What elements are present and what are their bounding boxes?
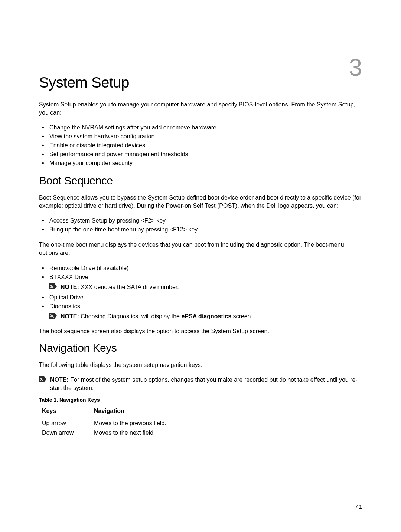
list-item: View the system hardware configuration bbox=[39, 132, 362, 141]
note-text: NOTE: XXX denotes the SATA drive number. bbox=[61, 283, 362, 291]
table-cell-key: Up arrow bbox=[39, 417, 91, 428]
note-label: NOTE: bbox=[61, 284, 81, 290]
table-cell-key: Down arrow bbox=[39, 428, 91, 438]
boot-access-list: Access System Setup by pressing <F2> key… bbox=[39, 216, 362, 234]
note-body-a: Choosing Diagnostics, will display the bbox=[81, 313, 181, 319]
list-item: Set performance and power management thr… bbox=[39, 150, 362, 159]
list-item: Access System Setup by pressing <F2> key bbox=[39, 216, 362, 225]
table-cell-nav: Moves to the previous field. bbox=[91, 417, 362, 428]
note-block: NOTE: XXX denotes the SATA drive number. bbox=[49, 283, 362, 291]
note-body-bold: ePSA diagnostics bbox=[181, 313, 231, 319]
note-label: NOTE: bbox=[50, 377, 70, 383]
list-item: Optical Drive bbox=[39, 293, 362, 302]
note-icon bbox=[39, 376, 46, 383]
navigation-keys-table: Keys Navigation Up arrow Moves to the pr… bbox=[39, 405, 362, 438]
note-text: NOTE: For most of the system setup optio… bbox=[50, 376, 362, 392]
list-item: Manage your computer security bbox=[39, 159, 362, 168]
list-item: Diagnostics bbox=[39, 302, 362, 311]
boot-sequence-heading: Boot Sequence bbox=[39, 174, 362, 187]
table-header-navigation: Navigation bbox=[91, 405, 362, 417]
table-row: Down arrow Moves to the next field. bbox=[39, 428, 362, 438]
note-text: NOTE: Choosing Diagnostics, will display… bbox=[61, 312, 362, 321]
boot-sequence-para-2: The one-time boot menu displays the devi… bbox=[39, 241, 362, 257]
note-block: NOTE: Choosing Diagnostics, will display… bbox=[49, 312, 362, 321]
note-body: For most of the system setup options, ch… bbox=[50, 377, 358, 391]
list-item: Removable Drive (if available) bbox=[39, 264, 362, 273]
navigation-keys-para: The following table displays the system … bbox=[39, 361, 362, 369]
boot-sequence-para-3: The boot sequence screen also displays t… bbox=[39, 327, 362, 335]
page-number: 41 bbox=[356, 503, 362, 510]
table-row: Up arrow Moves to the previous field. bbox=[39, 417, 362, 428]
table-cell-nav: Moves to the next field. bbox=[91, 428, 362, 438]
boot-menu-options-list: Removable Drive (if available) STXXXX Dr… bbox=[39, 264, 362, 321]
note-body: XXX denotes the SATA drive number. bbox=[81, 284, 179, 290]
note-label: NOTE: bbox=[61, 313, 81, 319]
chapter-title: System Setup bbox=[39, 74, 362, 91]
list-item: Enable or disable integrated devices bbox=[39, 141, 362, 150]
table-header-row: Keys Navigation bbox=[39, 405, 362, 417]
intro-bullet-list: Change the NVRAM settings after you add … bbox=[39, 123, 362, 168]
list-item: Change the NVRAM settings after you add … bbox=[39, 123, 362, 132]
note-body-b: screen. bbox=[231, 313, 252, 319]
list-item: STXXXX Drive bbox=[39, 273, 362, 282]
note-icon bbox=[49, 313, 57, 319]
chapter-number: 3 bbox=[349, 54, 362, 81]
table-header-keys: Keys bbox=[39, 405, 91, 417]
navigation-keys-heading: Navigation Keys bbox=[39, 342, 362, 354]
intro-paragraph: System Setup enables you to manage your … bbox=[39, 101, 362, 116]
list-item: Bring up the one-time boot menu by press… bbox=[39, 225, 362, 234]
note-block: NOTE: For most of the system setup optio… bbox=[39, 376, 362, 392]
table-caption: Table 1. Navigation Keys bbox=[39, 397, 362, 403]
boot-sequence-para-1: Boot Sequence allows you to bypass the S… bbox=[39, 194, 362, 210]
note-icon bbox=[49, 283, 57, 290]
